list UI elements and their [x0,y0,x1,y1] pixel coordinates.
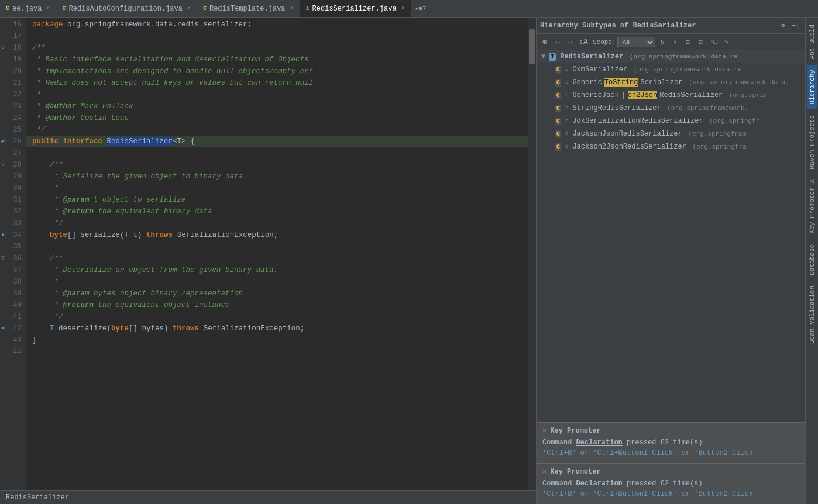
toolbar-btn-collapse[interactable]: ⊟ [695,36,707,48]
tab-redis-template[interactable]: C RedisTemplate.java × [197,0,300,17]
line-num-16: 16 [0,19,22,30]
tab-redis-auto[interactable]: C RedisAutoConfiguration.java × [56,0,197,17]
kp1-command[interactable]: Declaration [576,439,623,447]
line-num-29: 29 [0,171,22,182]
kp2-body: Command Declaration pressed 62 time(s) [542,478,799,489]
root-package: (org.springframework.data.re [625,53,737,60]
item-package: (org.springfr [706,118,759,125]
toolbar-btn-refresh[interactable]: ↻ [657,36,668,48]
toolbar-btn-back[interactable]: ⇦ [552,36,563,48]
side-tabs: Ant Build Hierarchy Maven Projects Key P… [805,18,818,504]
side-tab-database[interactable]: Database [807,240,817,280]
editor-scrollbar[interactable] [528,18,536,490]
hierarchy-item-generic-jackson[interactable]: C b GenericJack|on2JsonRedisSerializer (… [537,89,805,102]
hierarchy-item-oxm[interactable]: C b OxmSerializer (org.springframework.d… [537,63,805,76]
code-line-31: * @param t object to serialize [26,194,528,206]
toolbar-btn-locate[interactable]: ⊕ [539,36,551,48]
hierarchy-item-string-redis[interactable]: C b StringRedisSerializer (org.springfra… [537,102,805,115]
kp2-title: Key Promoter [550,468,600,476]
item-name-prefix: GenericJack [572,91,618,99]
hierarchy-item-jackson2-json[interactable]: C b Jackson2JsonRedisSerializer (org.spr… [537,140,805,153]
indent-spacer [541,143,553,151]
item-name-suffix: Serializer [640,78,682,87]
class-icon: C [555,105,561,112]
tab-ee[interactable]: C ee.java × [0,0,56,17]
tab-interface-icon: I [306,5,310,12]
side-tab-key-promoter[interactable]: Key Promoter X [807,175,817,238]
scope-dropdown[interactable]: All Project [617,37,655,47]
line-num-38: 38 [0,276,22,288]
scroll-thumb[interactable] [529,29,535,64]
item-name-highlight: on2Json [628,91,657,99]
hierarchy-root-item[interactable]: ▼ I RedisSerializer (org.springframework… [537,50,805,63]
code-line-27 [26,147,528,159]
line-num-23: 23 [0,101,22,112]
side-tab-ant-build[interactable]: Ant Build [807,20,817,64]
toolbar-btn-up[interactable]: ↑□ [708,36,720,48]
tab-close-icon[interactable]: × [187,5,191,12]
hierarchy-toolbar: ⚙ −| [777,20,802,32]
line-num-20: 20 [0,65,22,77]
item-name-prefix: Generic [572,78,602,87]
class-icon: C [555,130,561,138]
code-line-18: /** [26,42,528,54]
sub-icon: b [565,105,568,111]
kp1-header: ✕ Key Promoter [542,426,799,435]
hierarchy-panel: Hierarchy Subtypes of RedisSerializer ⚙ … [536,18,805,504]
indent-spacer [541,91,553,99]
item-name-suffix: RedisSerializer [659,91,723,99]
hierarchy-item-generic-tostring[interactable]: C b GenericToStringSerializer (org.sprin… [537,76,805,89]
line-num-33: 33 [0,218,22,229]
item-package: (org.springframework. [664,105,748,112]
tab-class-icon: C [62,5,66,12]
toolbar-btn-more[interactable]: » [721,36,733,48]
line-num-28: 28▽ [0,159,22,171]
line-num-32: 32 [0,206,22,218]
scope-label: Scope: [593,39,616,46]
hierarchy-header: Hierarchy Subtypes of RedisSerializer ⚙ … [537,18,805,34]
item-name-cursor: | [621,91,625,99]
code-line-28: /** [26,159,528,171]
hierarchy-item-jdk[interactable]: C b JdkSerializationRedisSerializer (org… [537,115,805,127]
toolbar-btn-forward[interactable]: ⇨ [565,36,576,48]
code-editor[interactable]: 16 17 18▽ 19 20 21 22 23 24 25 26●| 27 2… [0,18,536,504]
root-name: RedisSerializer [560,53,623,61]
code-line-33: */ [26,218,528,229]
indent-spacer [541,117,553,125]
code-line-39: * @param bytes object binary representat… [26,288,528,299]
kp2-close-icon[interactable]: ✕ [542,467,547,476]
tab-close-icon[interactable]: × [290,5,294,12]
tab-class-icon: C [203,5,207,12]
toolbar-btn-settings[interactable]: ⚙ [777,20,789,32]
code-line-38: * [26,276,528,288]
tab-label: RedisTemplate.java [209,5,286,13]
indent-spacer [541,104,553,112]
item-name: OxmSerializer [572,65,627,74]
item-package: (org.springframework.data.re [630,66,741,73]
kp2-shortcut: 'Ctrl+B' or 'Ctrl+Button1 Click' or 'But… [542,489,799,499]
tab-close-icon[interactable]: × [46,5,50,12]
toolbar-btn-sort[interactable]: ↕A [578,36,589,48]
toolbar-btn-expand[interactable]: ⊞ [682,36,694,48]
toolbar-btn-export[interactable]: ⬇ [669,36,681,48]
tab-close-icon[interactable]: × [401,5,405,12]
side-tab-bean-validation[interactable]: Bean Validation [807,281,817,348]
code-line-40: * @return the equivalent object instance [26,299,528,311]
toolbar-btn-pin[interactable]: −| [790,20,802,32]
code-line-34: byte[] serialize(T t) throws Serializati… [26,229,528,241]
code-line-37: * Deserialize an object from the given b… [26,264,528,276]
code-line-26: public interface RedisSerializer<T> { ✓ [26,136,528,147]
side-tab-maven[interactable]: Maven Projects [807,111,817,174]
root-interface-icon: I [549,53,556,61]
kp2-count: 62 [661,479,669,488]
indent-spacer [541,78,553,87]
sub-icon: b [565,92,568,98]
key-promoter-panels: ✕ Key Promoter Command Declaration press… [537,422,805,504]
hierarchy-item-jackson-json[interactable]: C b JacksonJsonRedisSerializer (org.spri… [537,127,805,140]
tab-label: RedisAutoConfiguration.java [68,5,182,13]
tab-class-icon: C [6,5,9,12]
kp2-command[interactable]: Declaration [576,479,623,488]
kp1-close-icon[interactable]: ✕ [542,426,547,435]
tab-redis-serializer[interactable]: I RedisSerializer.java × [300,0,411,17]
side-tab-hierarchy[interactable]: Hierarchy [807,65,817,109]
